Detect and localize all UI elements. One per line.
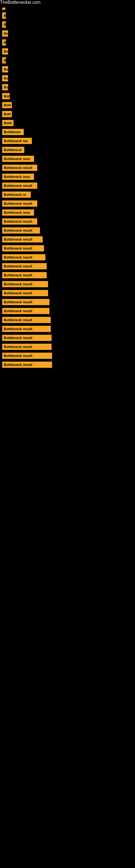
bottleneck-label: Bottleneck result bbox=[2, 254, 45, 260]
list-item: Bo bbox=[2, 75, 133, 82]
list-item: Bottleneck result bbox=[2, 227, 133, 234]
bottleneck-label: Bot bbox=[2, 93, 10, 99]
bottleneck-label bbox=[2, 8, 5, 10]
list-item: B bbox=[2, 22, 133, 28]
list-item: Bottleneck result bbox=[2, 362, 133, 368]
bottleneck-label: Bottleneck re bbox=[2, 191, 31, 198]
bottleneck-label: Bottleneck result bbox=[2, 308, 49, 314]
bottleneck-label: B bbox=[2, 12, 6, 19]
bottleneck-label: Bottleneck result bbox=[2, 245, 44, 251]
bottleneck-label: Bo bbox=[2, 30, 8, 37]
bottleneck-label: B bbox=[2, 22, 6, 28]
bottleneck-label: Bottleneck result bbox=[2, 281, 48, 287]
list-item: Bottleneck result bbox=[2, 335, 133, 341]
bottleneck-label: Bott bbox=[2, 102, 12, 108]
bottleneck-label: Bottleneck result bbox=[2, 344, 52, 350]
bottleneck-label: Bottleneck result bbox=[2, 263, 47, 269]
list-item: Bottleneck result bbox=[2, 272, 133, 278]
list-item: B bbox=[2, 39, 133, 45]
site-title: TheBottlenecker.com bbox=[0, 0, 135, 5]
bottleneck-label: Bottleneck result bbox=[2, 165, 37, 171]
list-item: Bottleneck result bbox=[2, 344, 133, 350]
list-item: Bottleneck res bbox=[2, 138, 133, 144]
list-item: Bottleneck result bbox=[2, 299, 133, 305]
list-item: Bottleneck result bbox=[2, 317, 133, 323]
bottleneck-label: Bottleneck result bbox=[2, 290, 48, 296]
bottleneck-label: Bottleneck result bbox=[2, 299, 49, 305]
list-item: Bo bbox=[2, 66, 133, 72]
bottleneck-label: Bottleneck resu bbox=[2, 209, 34, 216]
list-item: Bottleneck result bbox=[2, 200, 133, 207]
bottleneck-label: Bottleneck result bbox=[2, 218, 37, 225]
list-item: Bottleneck resu bbox=[2, 174, 133, 180]
list-item: Bo bbox=[2, 84, 133, 90]
bottleneck-label: Bottleneck res bbox=[2, 138, 32, 144]
list-item: Bottleneck bbox=[2, 147, 133, 153]
bottleneck-label: Bottleneck resu bbox=[2, 156, 34, 162]
list-item: Bott bbox=[2, 111, 133, 117]
bottleneck-label: Bott bbox=[2, 111, 12, 117]
list-item: Bottl bbox=[2, 120, 133, 126]
bottleneck-label: Bottleneck result bbox=[2, 200, 37, 207]
list-item: Bottleneck resu bbox=[2, 156, 133, 162]
list-item: Bott bbox=[2, 102, 133, 108]
bottleneck-label: Bottleneck result bbox=[2, 236, 43, 243]
list-item: Bottleneck result bbox=[2, 165, 133, 171]
bottleneck-label: Bottleneck result bbox=[2, 227, 40, 234]
bottleneck-label: Bottleneck result bbox=[2, 183, 37, 189]
bottleneck-label: Bottleneck result bbox=[2, 362, 52, 368]
list-item bbox=[2, 8, 133, 10]
list-item: Bottleneck result bbox=[2, 308, 133, 314]
list-item: Bottleneck re bbox=[2, 191, 133, 198]
list-item: Botttlenec bbox=[2, 129, 133, 135]
bottleneck-label: Bottleneck result bbox=[2, 272, 47, 278]
bottleneck-label: Bottleneck bbox=[2, 147, 24, 153]
list-item: Bottleneck result bbox=[2, 254, 133, 260]
bottleneck-label: B bbox=[2, 57, 6, 63]
list-item: Bottleneck result bbox=[2, 245, 133, 251]
bottleneck-label: Bo bbox=[2, 75, 8, 82]
list-item: Bot bbox=[2, 93, 133, 99]
bottleneck-label: Bo bbox=[2, 48, 8, 55]
bottleneck-label: Bottleneck result bbox=[2, 352, 52, 359]
list-item: Bottleneck resu bbox=[2, 209, 133, 216]
bottleneck-label: Bottl bbox=[2, 120, 13, 126]
bottleneck-label: Bo bbox=[2, 66, 8, 72]
list-item: Bo bbox=[2, 30, 133, 37]
list-item: Bottleneck result bbox=[2, 352, 133, 359]
list-item: Bottleneck result bbox=[2, 263, 133, 269]
list-item: Bottleneck result bbox=[2, 326, 133, 332]
items-container: BBBoBBoBBoBoBoBotBottBottBottlBotttlenec… bbox=[0, 5, 135, 373]
bottleneck-label: B bbox=[2, 39, 6, 45]
bottleneck-label: Bottleneck resu bbox=[2, 174, 34, 180]
list-item: B bbox=[2, 12, 133, 19]
list-item: Bo bbox=[2, 48, 133, 55]
bottleneck-label: Bottleneck result bbox=[2, 326, 51, 332]
list-item: Bottleneck result bbox=[2, 218, 133, 225]
bottleneck-label: Bottleneck result bbox=[2, 335, 52, 341]
bottleneck-label: Bo bbox=[2, 84, 8, 90]
bottleneck-label: Botttlenec bbox=[2, 129, 24, 135]
list-item: Bottleneck result bbox=[2, 183, 133, 189]
list-item: Bottleneck result bbox=[2, 236, 133, 243]
bottleneck-label: Bottleneck result bbox=[2, 317, 51, 323]
list-item: B bbox=[2, 57, 133, 63]
list-item: Bottleneck result bbox=[2, 290, 133, 296]
list-item: Bottleneck result bbox=[2, 281, 133, 287]
